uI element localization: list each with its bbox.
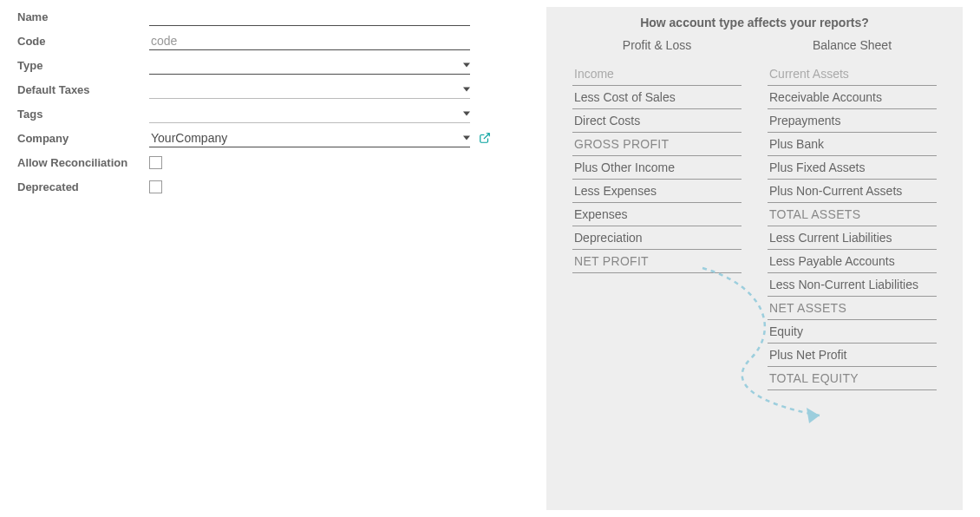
row-default-taxes: Default Taxes [17, 80, 512, 99]
pl-header: Profit & Loss [572, 38, 742, 52]
bs-line: TOTAL ASSETS [768, 203, 937, 226]
row-name: Name [17, 7, 512, 26]
tags-select[interactable] [149, 104, 470, 123]
bs-line: Plus Fixed Assets [768, 156, 937, 180]
label-default-taxes: Default Taxes [17, 83, 149, 96]
company-select[interactable] [149, 128, 470, 147]
main-container: Name Code Type [17, 7, 963, 510]
info-title: How account type affects your reports? [572, 16, 937, 29]
bs-header: Balance Sheet [768, 38, 937, 52]
pl-line: Income [572, 62, 742, 86]
bs-line: Equity [768, 320, 937, 344]
external-link-icon[interactable] [479, 132, 491, 144]
pl-line: Less Cost of Sales [572, 86, 742, 109]
name-input[interactable] [149, 7, 470, 26]
label-type: Type [17, 59, 149, 72]
label-tags: Tags [17, 108, 149, 121]
svg-marker-1 [807, 408, 820, 423]
label-name: Name [17, 10, 149, 23]
bs-line: Less Payable Accounts [768, 250, 937, 273]
label-code: Code [17, 35, 149, 48]
pl-line: GROSS PROFIT [572, 133, 742, 156]
bs-line: Current Assets [768, 62, 937, 86]
info-columns: Profit & Loss IncomeLess Cost of SalesDi… [572, 38, 937, 390]
bs-line: TOTAL EQUITY [768, 367, 937, 390]
label-deprecated: Deprecated [17, 180, 149, 193]
row-deprecated: Deprecated [17, 177, 512, 196]
deprecated-checkbox[interactable] [149, 180, 162, 193]
type-select[interactable] [149, 56, 470, 75]
allow-reconciliation-checkbox[interactable] [149, 156, 162, 169]
pl-line: Less Expenses [572, 180, 742, 203]
bs-line: Plus Non-Current Assets [768, 180, 937, 203]
code-input[interactable] [149, 31, 470, 50]
pl-line: Plus Other Income [572, 156, 742, 180]
bs-line: Plus Net Profit [768, 344, 937, 367]
form-column: Name Code Type [17, 7, 512, 510]
pl-line: Direct Costs [572, 109, 742, 133]
row-type: Type [17, 56, 512, 75]
bs-line: Less Non-Current Liabilities [768, 273, 937, 297]
bs-line: NET ASSETS [768, 297, 937, 320]
label-allow-reconciliation: Allow Reconciliation [17, 156, 149, 169]
row-code: Code [17, 31, 512, 50]
balance-sheet-column: Balance Sheet Current AssetsReceivable A… [768, 38, 937, 390]
info-panel: How account type affects your reports? P… [546, 7, 963, 510]
bs-line: Receivable Accounts [768, 86, 937, 109]
bs-line: Less Current Liabilities [768, 226, 937, 250]
label-company: Company [17, 132, 149, 145]
pl-line: Depreciation [572, 226, 742, 250]
profit-loss-column: Profit & Loss IncomeLess Cost of SalesDi… [572, 38, 742, 273]
bs-line: Plus Bank [768, 133, 937, 156]
svg-line-0 [484, 134, 489, 139]
bs-line: Prepayments [768, 109, 937, 133]
pl-line: NET PROFIT [572, 250, 742, 273]
row-tags: Tags [17, 104, 512, 123]
row-company: Company [17, 128, 512, 147]
row-allow-reconciliation: Allow Reconciliation [17, 153, 512, 172]
pl-line: Expenses [572, 203, 742, 226]
default-taxes-select[interactable] [149, 80, 470, 99]
